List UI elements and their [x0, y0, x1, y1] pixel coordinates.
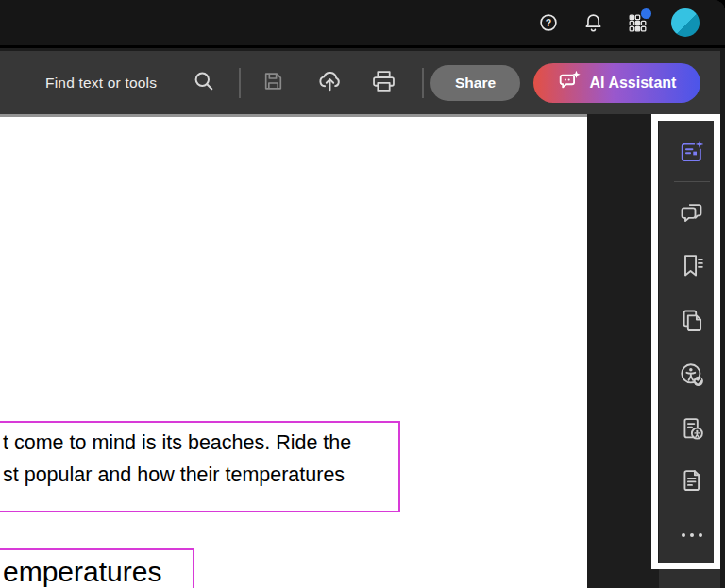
organize-pages-button[interactable]	[679, 308, 705, 334]
comments-button[interactable]	[679, 199, 705, 226]
page-copy-icon	[679, 308, 705, 334]
document-lines-icon	[679, 467, 705, 494]
document-person-icon	[679, 415, 705, 442]
apps-grid-icon[interactable]	[628, 13, 648, 33]
avatar[interactable]	[671, 8, 700, 37]
find-text-or-tools[interactable]: Find text or tools	[45, 75, 157, 92]
app-top-bar: ?	[0, 0, 725, 48]
share-button[interactable]: Share	[430, 65, 520, 101]
notifications-bell-icon[interactable]	[582, 12, 604, 34]
annotated-heading: emperatures	[0, 548, 194, 588]
more-tools-button[interactable]	[679, 522, 705, 548]
toolbar-divider	[239, 68, 241, 98]
paragraph-line: st popular and how their temperatures	[3, 459, 398, 491]
rail-divider	[674, 181, 710, 182]
help-icon[interactable]: ?	[538, 12, 559, 33]
ai-assistant-label: AI Assistant	[590, 75, 677, 92]
pdf-page[interactable]: t come to mind is its beaches. Ride the …	[0, 114, 587, 588]
sidebar-ai-assistant-button[interactable]	[679, 139, 705, 165]
reading-accessibility-button[interactable]	[679, 415, 705, 442]
bookmarks-button[interactable]	[679, 252, 705, 278]
document-toolbar: Find text or tools	[0, 51, 725, 114]
accessibility-check-button[interactable]	[679, 361, 705, 388]
notification-dot	[641, 8, 651, 19]
acrobat-window: ? Find text or tools	[0, 0, 725, 588]
cloud-upload-icon[interactable]	[317, 68, 343, 97]
annotated-paragraph: t come to mind is its beaches. Ride the …	[0, 421, 400, 512]
right-tool-rail	[659, 114, 725, 588]
search-icon[interactable]	[193, 70, 215, 96]
bookmarks-icon	[679, 252, 705, 278]
ai-assistant-button[interactable]: AI Assistant	[533, 63, 700, 103]
ai-assistant-icon	[679, 139, 705, 165]
person-check-icon	[679, 361, 705, 388]
page-summary-button[interactable]	[679, 467, 705, 494]
save-icon[interactable]	[261, 69, 285, 96]
print-icon[interactable]	[371, 68, 396, 97]
chat-sparkle-icon	[558, 69, 582, 96]
window-edge	[720, 48, 725, 588]
more-options-icon	[682, 533, 685, 537]
svg-text:?: ?	[546, 17, 551, 28]
heading-text: emperatures	[3, 550, 193, 588]
paragraph-line: t come to mind is its beaches. Ride the	[3, 427, 398, 459]
comments-icon	[679, 199, 705, 226]
toolbar-divider	[422, 68, 424, 98]
